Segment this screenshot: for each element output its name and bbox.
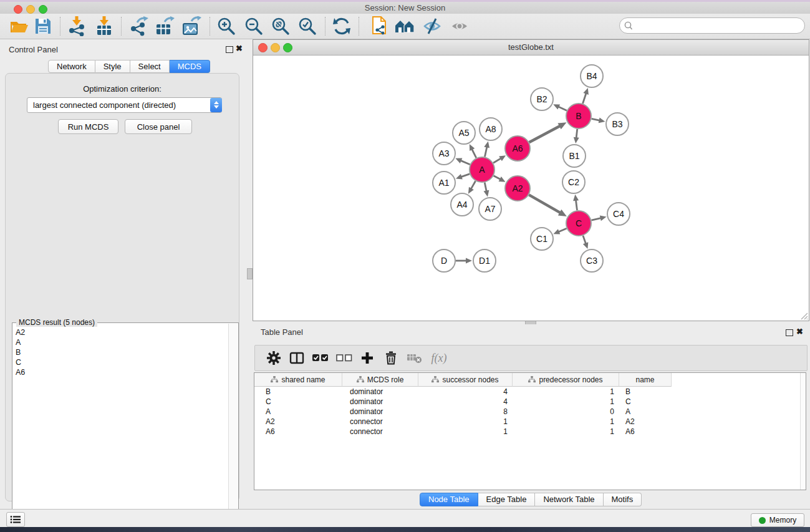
table-cell[interactable]: 1: [513, 427, 619, 437]
graph-edge-A-A1[interactable]: [456, 174, 470, 180]
graph-edge-D-D1[interactable]: [456, 258, 472, 264]
close-panel-icon[interactable]: ✖: [236, 44, 243, 53]
table-cell[interactable]: 4: [418, 397, 513, 407]
graph-node-B2[interactable]: B2: [531, 88, 553, 110]
table-row[interactable]: Cdominator41C: [254, 397, 806, 407]
table-cell[interactable]: A: [619, 407, 672, 417]
table-cell[interactable]: C: [254, 397, 342, 407]
graph-node-A2[interactable]: A2: [505, 176, 530, 201]
select-stepper-icon[interactable]: [210, 98, 222, 112]
table-cell[interactable]: A6: [254, 427, 342, 437]
graph-node-C1[interactable]: C1: [531, 228, 553, 250]
network-zoom-traffic-light[interactable]: [283, 43, 292, 52]
import-network-icon[interactable]: [65, 16, 89, 37]
mcds-result-scrollbar[interactable]: [228, 324, 238, 528]
close-panel-button[interactable]: Close panel: [125, 119, 192, 134]
tab-network[interactable]: Network: [48, 60, 95, 73]
graph-node-A7[interactable]: A7: [479, 198, 501, 220]
network-minimize-traffic-light[interactable]: [271, 43, 280, 52]
minimize-traffic-light[interactable]: [26, 5, 35, 14]
table-close-panel-icon[interactable]: ✖: [796, 327, 803, 336]
show-columns-icon[interactable]: [286, 349, 307, 367]
table-cell[interactable]: dominator: [342, 407, 418, 417]
mcds-result-item[interactable]: A6: [16, 367, 229, 377]
vertical-splitter-handle[interactable]: [247, 268, 253, 279]
graph-node-A8[interactable]: A8: [480, 118, 502, 140]
function-builder-icon[interactable]: f(x): [428, 349, 450, 367]
graph-node-B[interactable]: B: [566, 104, 591, 128]
delete-column-icon[interactable]: [380, 349, 402, 367]
table-cell[interactable]: dominator: [342, 397, 418, 407]
graph-node-D[interactable]: D: [433, 249, 455, 272]
tab-motifs[interactable]: Motifs: [604, 493, 642, 506]
table-scrollbar[interactable]: [800, 373, 806, 490]
graph-node-A3[interactable]: A3: [433, 142, 455, 165]
session-titlebar[interactable]: Session: New Session: [0, 2, 810, 14]
table-cell[interactable]: connector: [342, 427, 418, 437]
graph-edge-B-B1[interactable]: [574, 129, 579, 143]
table-cell[interactable]: B: [254, 387, 342, 397]
select-all-checkboxes-icon[interactable]: [310, 349, 331, 367]
close-traffic-light[interactable]: [14, 5, 22, 14]
export-image-icon[interactable]: [180, 16, 203, 37]
graph-node-A1[interactable]: A1: [433, 172, 455, 194]
graph-edge-C-C4[interactable]: [591, 215, 606, 221]
mcds-result-item[interactable]: C: [16, 357, 229, 367]
search-input[interactable]: [635, 19, 804, 32]
save-session-icon[interactable]: [31, 16, 55, 37]
show-details-icon[interactable]: [448, 16, 471, 37]
search-field[interactable]: [619, 17, 805, 34]
table-cell[interactable]: 0: [513, 407, 619, 417]
graph-edge-A-A5[interactable]: [470, 144, 476, 158]
graph-edge-C-C1[interactable]: [553, 228, 566, 234]
table-cell[interactable]: connector: [342, 417, 418, 427]
zoom-in-icon[interactable]: [215, 16, 238, 37]
tab-network-table[interactable]: Network Table: [535, 493, 603, 506]
mcds-result-list[interactable]: A2ABCA6: [13, 324, 229, 528]
network-canvas[interactable]: B4B2BB3A5A8A6A3B1AA1C2A2A4A7C4CC1C3DD1: [253, 56, 809, 321]
table-cell[interactable]: 8: [418, 407, 513, 417]
graph-edge-B-B3[interactable]: [592, 117, 605, 123]
table-row[interactable]: A6connector11A6: [254, 427, 806, 437]
tab-mcds[interactable]: MCDS: [170, 60, 210, 73]
graph-edge-A-A2[interactable]: [494, 176, 506, 182]
table-row[interactable]: A2connector11A2: [254, 417, 806, 427]
hide-details-icon[interactable]: [420, 16, 444, 37]
network-window-titlebar[interactable]: testGlobe.txt: [253, 40, 809, 56]
export-table-icon[interactable]: [153, 16, 176, 37]
zoom-fit-icon[interactable]: [269, 16, 292, 37]
task-history-button[interactable]: [6, 512, 25, 527]
table-cell[interactable]: 1: [513, 397, 619, 407]
memory-button[interactable]: Memory: [751, 513, 804, 527]
mcds-result-item[interactable]: B: [16, 347, 229, 357]
mcds-result-item[interactable]: A: [16, 337, 229, 347]
graph-node-D1[interactable]: D1: [473, 249, 496, 272]
table-cell[interactable]: 1: [418, 427, 513, 437]
graph-node-C3[interactable]: C3: [581, 249, 603, 272]
graph-edge-A-A8[interactable]: [484, 142, 489, 157]
table-row[interactable]: Adominator80A: [254, 407, 806, 417]
graph-edge-B-B4[interactable]: [583, 88, 589, 104]
graph-node-B1[interactable]: B1: [563, 145, 586, 167]
graph-edge-A-A6[interactable]: [493, 155, 506, 163]
window-resize-grip[interactable]: [799, 311, 808, 320]
table-cell[interactable]: C: [619, 397, 672, 407]
tab-node-table[interactable]: Node Table: [420, 493, 478, 506]
table-row[interactable]: Bdominator41B: [254, 387, 806, 397]
import-table-icon[interactable]: [92, 16, 116, 37]
graph-node-A4[interactable]: A4: [451, 193, 473, 216]
delete-table-icon[interactable]: [404, 349, 425, 367]
run-mcds-button[interactable]: Run MCDS: [58, 119, 118, 134]
table-float-panel-icon[interactable]: [786, 329, 793, 336]
table-cell[interactable]: 1: [513, 387, 619, 397]
float-panel-icon[interactable]: [226, 46, 233, 53]
graph-edge-C-C2[interactable]: [573, 195, 579, 210]
graph-node-A5[interactable]: A5: [453, 122, 475, 144]
network-close-traffic-light[interactable]: [258, 43, 268, 52]
graph-node-C4[interactable]: C4: [607, 203, 630, 225]
mcds-result-item[interactable]: A2: [16, 327, 229, 337]
graph-node-C2[interactable]: C2: [562, 171, 585, 193]
graph-node-A[interactable]: A: [470, 157, 494, 182]
deselect-all-checkboxes-icon[interactable]: [334, 349, 355, 367]
column-header-predecessor-nodes[interactable]: predecessor nodes: [513, 373, 619, 387]
